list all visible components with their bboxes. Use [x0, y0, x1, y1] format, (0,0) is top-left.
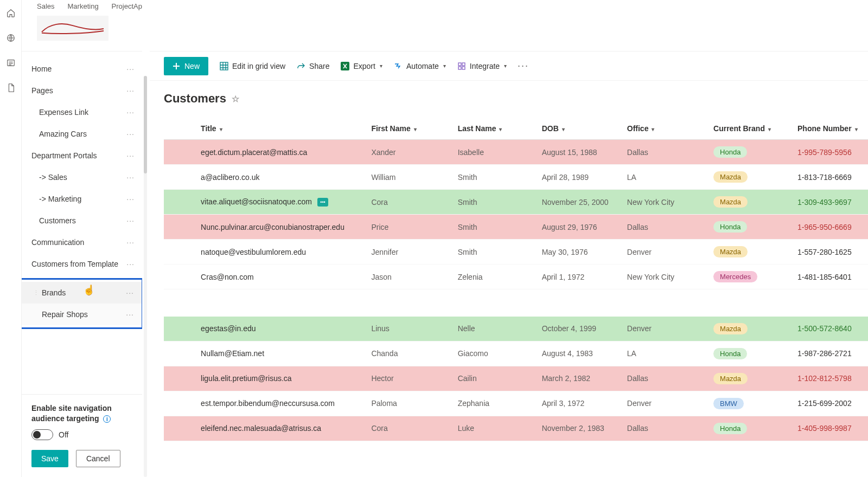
edit-in-grid-button[interactable]: Edit in grid view	[219, 61, 285, 71]
favorite-star-icon[interactable]: ☆	[232, 94, 239, 104]
column-header[interactable]: Current Brand▾	[708, 118, 792, 140]
chevron-down-icon: ▾	[380, 63, 382, 69]
more-icon[interactable]: ···	[122, 195, 135, 203]
nav-label: Brands	[42, 288, 122, 297]
nav-item[interactable]: Expenses Link···	[22, 101, 142, 123]
nav-item[interactable]: Amazing Cars···	[22, 123, 142, 145]
brand-pill: Mazda	[713, 323, 748, 334]
brand-pill: Honda	[713, 221, 747, 233]
brand-pill: Honda	[713, 146, 747, 158]
nav-label: Pages	[31, 86, 122, 95]
save-button[interactable]: Save	[31, 450, 68, 467]
nav-item-brands[interactable]: ⋮⋮ Brands ☝ ···	[22, 282, 142, 304]
table-row[interactable]: Nunc.pulvinar.arcu@conubianostraper.eduP…	[164, 215, 868, 240]
nav-item[interactable]: -> Sales···	[22, 166, 142, 188]
brand-pill: Honda	[713, 348, 747, 359]
app-rail	[0, 0, 22, 477]
column-header[interactable]: Office▾	[622, 118, 708, 140]
table-row[interactable]: eget.dictum.placerat@mattis.caXanderIsab…	[164, 140, 868, 165]
integrate-button[interactable]: Integrate▾	[457, 61, 507, 71]
column-header[interactable]: Phone Number▾	[792, 118, 868, 140]
tab-sales[interactable]: Sales	[37, 2, 55, 10]
nav-item[interactable]: Home···	[22, 58, 142, 80]
left-column: Sales Marketing ProjectApex Home···Pages…	[22, 0, 142, 477]
more-icon[interactable]: ···	[122, 173, 135, 182]
tab-marketing[interactable]: Marketing	[68, 2, 99, 10]
column-header[interactable]: First Name▾	[366, 118, 452, 140]
nav-label: Communication	[31, 238, 122, 247]
cancel-button[interactable]: Cancel	[76, 450, 120, 467]
table-row[interactable]: Nullam@Etiam.netChandaGiacomoAugust 4, 1…	[164, 341, 868, 366]
chevron-down-icon: ▾	[414, 126, 417, 132]
nav-item[interactable]: Department Portals···	[22, 145, 142, 166]
column-header[interactable]: Last Name▾	[452, 118, 537, 140]
table-row[interactable]: Cras@non.comJasonZeleniaApril 1, 1972New…	[164, 265, 868, 289]
nav-label: Expenses Link	[31, 108, 122, 117]
drag-handle-icon[interactable]: ⋮⋮	[33, 289, 39, 296]
more-icon[interactable]: ···	[122, 310, 134, 319]
nav-item[interactable]: Customers···	[22, 210, 142, 231]
brand-pill: Honda	[713, 423, 747, 434]
automate-button[interactable]: Automate▾	[393, 61, 446, 71]
home-icon[interactable]	[5, 8, 16, 18]
app-icon	[457, 61, 467, 71]
suite-tabs: Sales Marketing ProjectApex	[37, 0, 142, 10]
nav-item-repair-shops[interactable]: ⋮⋮ Repair Shops ···	[22, 304, 142, 325]
nav-item[interactable]: -> Marketing···	[22, 188, 142, 210]
site-logo[interactable]	[37, 16, 108, 41]
table-row[interactable]: vitae.aliquet@sociisnatoque.com•••CoraSm…	[164, 190, 868, 215]
chevron-down-icon: ▾	[768, 126, 771, 132]
more-commands-button[interactable]: ···	[518, 60, 529, 72]
export-button[interactable]: Export▾	[340, 61, 382, 71]
brand-pill: Mercedes	[713, 271, 757, 282]
nav-label: -> Sales	[31, 173, 122, 182]
more-icon[interactable]: ···	[122, 86, 135, 95]
nav-item[interactable]: Customers from Template···	[22, 253, 142, 275]
share-button[interactable]: Share	[296, 61, 329, 71]
nav-edit-footer: Enable site navigation audience targetin…	[22, 394, 142, 477]
brand-pill: BMW	[713, 398, 744, 409]
more-icon[interactable]: ···	[122, 288, 134, 297]
chevron-down-icon: ▾	[443, 63, 446, 69]
brand-pill: Mazda	[713, 246, 748, 257]
sidebar-scrollbar[interactable]	[142, 0, 150, 477]
list-title: Customers ☆	[164, 92, 868, 106]
column-header[interactable]: Title▾	[195, 118, 366, 140]
excel-icon	[340, 61, 350, 71]
nav-label: Customers from Template	[31, 260, 122, 268]
more-icon[interactable]: ···	[122, 108, 135, 117]
toggle-state-label: Off	[59, 430, 68, 439]
more-icon[interactable]: ···	[122, 260, 135, 268]
globe-icon[interactable]	[5, 33, 16, 43]
table-row[interactable]: est.tempor.bibendum@neccursusa.comPaloma…	[164, 391, 868, 416]
customers-table: Title▾First Name▾Last Name▾DOB▾Office▾Cu…	[164, 118, 868, 441]
table-row[interactable]: a@aclibero.co.ukWilliamSmithApril 28, 19…	[164, 165, 868, 190]
more-icon[interactable]: ···	[122, 216, 135, 225]
nav-label: -> Marketing	[31, 195, 122, 203]
file-icon[interactable]	[5, 82, 16, 93]
chevron-down-icon: ▾	[220, 126, 222, 132]
more-icon[interactable]: ···	[122, 238, 135, 247]
nav-item[interactable]: Pages···	[22, 80, 142, 101]
nav-item[interactable]: Communication···	[22, 231, 142, 253]
table-row[interactable]: eleifend.nec.malesuada@atrisus.caCoraLuk…	[164, 416, 868, 441]
news-icon[interactable]	[5, 57, 16, 68]
chevron-down-icon: ▾	[562, 126, 565, 132]
audience-targeting-toggle[interactable]	[31, 429, 53, 440]
table-row[interactable]: natoque@vestibulumlorem.eduJenniferSmith…	[164, 240, 868, 265]
column-header[interactable]: DOB▾	[537, 118, 622, 140]
table-row[interactable]: ligula.elit.pretium@risus.caHectorCailin…	[164, 366, 868, 391]
more-icon[interactable]: ···	[122, 151, 135, 160]
table-row[interactable]: egestas@in.eduLinusNelleOctober 4, 1999D…	[164, 317, 868, 341]
info-icon[interactable]: i	[103, 415, 111, 423]
command-bar: New Edit in grid view Share Export▾ Auto…	[150, 51, 868, 81]
list-content: Customers ☆ Title▾First Name▾Last Name▾D…	[150, 81, 868, 477]
flow-icon	[393, 61, 403, 71]
comment-icon[interactable]: •••	[317, 198, 328, 207]
brand-pill: Mazda	[713, 196, 748, 208]
svg-rect-4	[458, 63, 461, 66]
more-icon[interactable]: ···	[122, 130, 135, 138]
more-icon[interactable]: ···	[122, 65, 135, 73]
new-button[interactable]: New	[164, 57, 208, 75]
chevron-down-icon: ▾	[499, 126, 502, 132]
